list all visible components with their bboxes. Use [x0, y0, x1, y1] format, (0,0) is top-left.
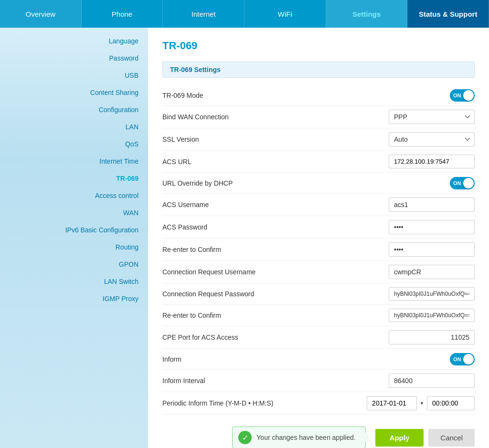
nav-settings[interactable]: Settings — [326, 0, 408, 28]
acs-password-row: ACS Password — [162, 216, 475, 239]
bind-wan-select[interactable]: PPP — [389, 110, 475, 124]
inform-row: Inform ON — [162, 349, 475, 370]
inform-interval-row: Inform Interval — [162, 370, 475, 392]
reenter-confirm1-label: Re-enter to Confirm — [162, 246, 389, 253]
tr069-mode-row: TR-069 Mode ON — [162, 85, 475, 106]
inform-toggle[interactable]: ON — [450, 353, 475, 365]
conn-req-username-label: Connection Request Username — [162, 268, 389, 276]
inform-label: Inform — [162, 355, 450, 363]
sidebar-item-lan[interactable]: LAN — [0, 118, 148, 135]
sidebar-item-gpon[interactable]: GPON — [0, 256, 148, 273]
cancel-button[interactable]: Cancel — [428, 429, 475, 447]
sidebar-item-language[interactable]: Language — [0, 32, 148, 50]
periodic-inform-label: Periodic Inform Time (Y-M-D • H:M:S) — [162, 399, 367, 407]
sidebar-item-content-sharing[interactable]: Content Sharing — [0, 84, 148, 101]
periodic-inform-row: Periodic Inform Time (Y-M-D • H:M:S) • — [162, 392, 475, 415]
sidebar-item-internet-time[interactable]: Internet Time — [0, 153, 148, 170]
sidebar-item-lan-switch[interactable]: LAN Switch — [0, 273, 148, 290]
nav-wifi[interactable]: WiFi — [244, 0, 326, 28]
ssl-version-label: SSL Version — [162, 135, 389, 143]
sidebar-item-igmp-proxy[interactable]: IGMP Proxy — [0, 290, 148, 307]
section-header: TR-069 Settings — [162, 62, 475, 78]
nav-internet[interactable]: Internet — [163, 0, 244, 28]
conn-req-password-label: Connection Request Password — [162, 290, 389, 298]
reenter-confirm2-row: Re-enter to Confirm — [162, 305, 475, 326]
tr069-mode-label: TR-069 Mode — [162, 92, 450, 99]
periodic-inform-time-input[interactable] — [427, 396, 475, 410]
conn-req-password-row: Connection Request Password — [162, 283, 475, 305]
url-override-toggle[interactable]: ON — [450, 177, 475, 189]
date-time-separator: • — [421, 399, 423, 407]
bind-wan-row: Bind WAN Connection PPP — [162, 106, 475, 128]
reenter-confirm1-row: Re-enter to Confirm — [162, 239, 475, 261]
inform-knob — [463, 354, 474, 365]
url-override-label: URL Override by DHCP — [162, 179, 450, 187]
sidebar-item-ipv6[interactable]: IPv6 Basic Configuration — [0, 221, 148, 239]
main-content: TR-069 TR-069 Settings TR-069 Mode ON Bi… — [148, 28, 489, 448]
acs-username-row: ACS Username — [162, 194, 475, 216]
acs-url-input[interactable] — [389, 155, 475, 168]
sidebar-item-wan[interactable]: WAN — [0, 204, 148, 221]
sidebar-item-access-control[interactable]: Access control — [0, 187, 148, 204]
sidebar-item-password[interactable]: Password — [0, 50, 148, 67]
inform-interval-input[interactable] — [389, 374, 475, 388]
nav-phone[interactable]: Phone — [82, 0, 163, 28]
page-title: TR-069 — [162, 40, 475, 52]
sidebar-item-configuration[interactable]: Configuration — [0, 101, 148, 118]
sidebar-item-tr069[interactable]: TR-069 — [0, 170, 148, 187]
success-icon: ✓ — [238, 431, 252, 444]
ssl-version-row: SSL Version Auto — [162, 128, 475, 151]
sidebar-item-routing[interactable]: Routing — [0, 239, 148, 256]
reenter-confirm1-input[interactable] — [389, 242, 475, 257]
conn-req-username-row: Connection Request Username — [162, 261, 475, 283]
main-layout: Language Password USB Content Sharing Co… — [0, 28, 489, 448]
sidebar-item-usb[interactable]: USB — [0, 67, 148, 84]
conn-req-password-input[interactable] — [389, 287, 475, 301]
conn-req-username-input[interactable] — [389, 265, 475, 279]
periodic-inform-inputs: • — [367, 396, 475, 410]
sidebar: Language Password USB Content Sharing Co… — [0, 28, 148, 448]
ssl-version-select[interactable]: Auto — [389, 132, 475, 146]
bind-wan-label: Bind WAN Connection — [162, 113, 389, 121]
tr069-mode-toggle[interactable]: ON — [450, 89, 475, 102]
nav-status-support[interactable]: Status & Support — [407, 0, 489, 28]
tr069-mode-knob — [463, 90, 474, 101]
periodic-inform-date-input[interactable] — [367, 396, 417, 410]
bottom-bar: ✓ Your changes have been applied. Apply … — [162, 419, 475, 448]
acs-username-label: ACS Username — [162, 201, 389, 208]
acs-url-row: ACS URL — [162, 151, 475, 173]
url-override-on-label: ON — [453, 180, 461, 186]
url-override-row: URL Override by DHCP ON — [162, 173, 475, 194]
cpe-port-input[interactable] — [389, 330, 475, 344]
tr069-mode-on-label: ON — [453, 93, 461, 98]
sidebar-item-qos[interactable]: QoS — [0, 135, 148, 153]
apply-button[interactable]: Apply — [375, 429, 424, 447]
acs-password-label: ACS Password — [162, 223, 389, 231]
url-override-knob — [463, 178, 474, 188]
inform-on-label: ON — [453, 356, 461, 362]
reenter-confirm2-label: Re-enter to Confirm — [162, 312, 389, 319]
success-toast: ✓ Your changes have been applied. — [232, 427, 365, 448]
success-text: Your changes have been applied. — [256, 434, 355, 441]
acs-password-input[interactable] — [389, 220, 475, 234]
nav-overview[interactable]: Overview — [0, 0, 82, 28]
cpe-port-label: CPE Port for ACS Access — [162, 333, 389, 341]
cpe-port-row: CPE Port for ACS Access — [162, 326, 475, 349]
acs-url-label: ACS URL — [162, 158, 389, 166]
acs-username-input[interactable] — [389, 198, 475, 212]
inform-interval-label: Inform Interval — [162, 377, 389, 385]
top-nav: Overview Phone Internet WiFi Settings St… — [0, 0, 489, 28]
reenter-confirm2-input[interactable] — [389, 309, 475, 322]
